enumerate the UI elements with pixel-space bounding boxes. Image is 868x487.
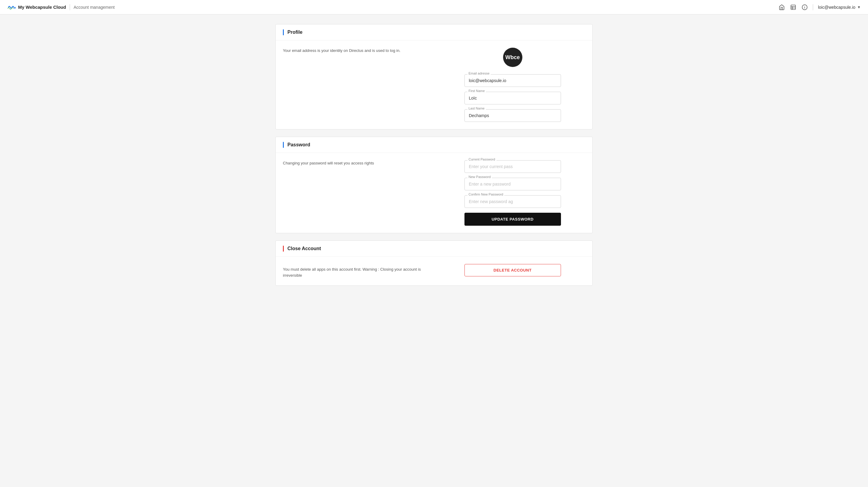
- confirm-password-label: Confirm New Password: [467, 192, 504, 196]
- close-account-section: Close Account You must delete all apps o…: [275, 241, 593, 286]
- page-subtitle: Account management: [73, 5, 115, 10]
- current-password-field-group: Current Password: [464, 160, 561, 173]
- email-input[interactable]: [464, 74, 561, 87]
- lastname-field-group: Last Name: [464, 109, 561, 122]
- firstname-label: First Name: [467, 89, 486, 93]
- password-body: Changing your password will reset you ac…: [276, 153, 592, 233]
- lastname-label: Last Name: [467, 106, 486, 110]
- lastname-input[interactable]: [464, 109, 561, 122]
- close-account-accent: [283, 246, 284, 252]
- email-label: Email adresse: [467, 71, 491, 75]
- close-account-body: You must delete all apps on this account…: [276, 257, 592, 285]
- new-password-label: New Password: [467, 175, 492, 179]
- email-field-group: Email adresse: [464, 74, 561, 87]
- password-title: Password: [287, 142, 310, 148]
- close-account-title: Close Account: [287, 246, 321, 251]
- firstname-input[interactable]: [464, 92, 561, 104]
- chevron-down-icon: ▼: [857, 5, 861, 9]
- current-password-label: Current Password: [467, 157, 496, 161]
- app-name: My Webcapsule Cloud: [18, 4, 66, 10]
- book-icon[interactable]: [790, 4, 797, 10]
- nav-divider: [70, 4, 70, 10]
- password-accent: [283, 142, 284, 148]
- password-description: Changing your password will reset you ac…: [283, 160, 428, 226]
- close-account-description: You must delete all apps on this account…: [283, 264, 428, 278]
- close-account-form: DELETE ACCOUNT: [440, 264, 585, 276]
- firstname-field-group: First Name: [464, 92, 561, 104]
- logo[interactable]: My Webcapsule Cloud: [7, 3, 66, 11]
- profile-accent: [283, 29, 284, 35]
- home-icon[interactable]: [778, 4, 785, 10]
- svg-rect-0: [791, 5, 796, 9]
- delete-account-button[interactable]: DELETE ACCOUNT: [464, 264, 561, 276]
- close-account-header: Close Account: [276, 241, 592, 257]
- current-password-input[interactable]: [464, 160, 561, 173]
- new-password-field-group: New Password: [464, 178, 561, 190]
- new-password-input[interactable]: [464, 178, 561, 190]
- password-header: Password: [276, 137, 592, 153]
- password-section: Password Changing your password will res…: [275, 137, 593, 233]
- profile-section: Profile Your email address is your ident…: [275, 24, 593, 129]
- profile-body: Your email address is your identity on D…: [276, 40, 592, 129]
- info-icon[interactable]: [801, 4, 808, 10]
- navbar-left: My Webcapsule Cloud Account management: [7, 3, 115, 11]
- confirm-password-field-group: Confirm New Password: [464, 195, 561, 208]
- profile-header: Profile: [276, 25, 592, 40]
- navbar-right: loic@webcapsule.io ▼: [778, 4, 861, 10]
- password-form: Current Password New Password Confirm Ne…: [440, 160, 585, 226]
- nav-right-divider: [813, 4, 813, 10]
- profile-form: Wbce Email adresse First Name Last Name: [440, 48, 585, 122]
- main-content: Profile Your email address is your ident…: [268, 14, 600, 303]
- confirm-password-input[interactable]: [464, 195, 561, 208]
- user-email: loic@webcapsule.io: [818, 5, 855, 10]
- navbar: My Webcapsule Cloud Account management: [0, 0, 868, 14]
- avatar: Wbce: [503, 48, 522, 67]
- user-menu[interactable]: loic@webcapsule.io ▼: [818, 5, 861, 10]
- profile-title: Profile: [287, 30, 303, 35]
- profile-description: Your email address is your identity on D…: [283, 48, 428, 122]
- logo-icon: [7, 3, 16, 11]
- update-password-button[interactable]: UPDATE PASSWORD: [464, 213, 561, 226]
